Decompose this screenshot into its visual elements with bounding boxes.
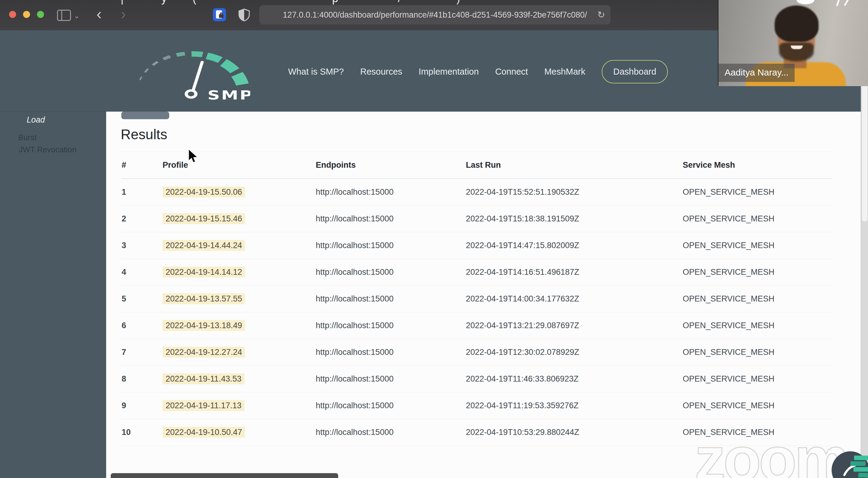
profile-link[interactable]: 2022-04-19-15.15.46 — [162, 213, 245, 224]
profile-link[interactable]: 2022-04-19-13.57.55 — [162, 293, 245, 304]
nav-resources[interactable]: Resources — [360, 67, 402, 77]
table-row: 3 2022-04-19-14.44.24 http://localhost:1… — [121, 232, 833, 259]
extension-password-lock-icon[interactable] — [213, 8, 226, 21]
overlay-fragment — [797, 0, 814, 4]
table-header-row: # Profile Endpoints Last Run Service Mes… — [121, 152, 833, 179]
profile-link[interactable]: 2022-04-19-11.17.13 — [162, 400, 244, 411]
nav-meshmark[interactable]: MeshMark — [545, 67, 585, 77]
profile-link[interactable]: 2022-04-19-14.14.12 — [162, 266, 245, 278]
col-service-mesh: Service Mesh — [682, 152, 833, 179]
sidebar-item-jwt-revocation[interactable]: JWT Revocation — [19, 145, 76, 154]
col-profile: Profile — [162, 152, 315, 179]
shield-icon[interactable] — [238, 8, 250, 21]
participant-name-label: Aaditya Naray... — [718, 64, 795, 82]
table-row: 8 2022-04-19-11.43.53 http://localhost:1… — [121, 366, 833, 392]
profile-link[interactable]: 2022-04-19-14.44.24 — [162, 240, 245, 251]
layered-s-icon — [850, 455, 868, 478]
chevron-down-icon[interactable]: ⌄ — [74, 11, 80, 20]
table-row: 5 2022-04-19-13.57.55 http://localhost:1… — [121, 286, 833, 312]
traffic-light-fullscreen-button[interactable] — [37, 11, 44, 18]
lock-icon — [219, 14, 223, 18]
col-number: # — [121, 152, 162, 179]
traffic-light-close-button[interactable] — [9, 11, 16, 18]
overlay-fragment — [844, 0, 849, 6]
table-row: 2 2022-04-19-15.15.46 http://localhost:1… — [121, 205, 833, 232]
mouse-cursor — [188, 149, 201, 164]
url-text: 127.0.0.1:4000/dashboard/performance/#41… — [259, 5, 611, 25]
sidebar-item-burst[interactable]: Burst — [18, 133, 37, 142]
nav-connect[interactable]: Connect — [495, 67, 528, 77]
zoom-watermark: zoom — [694, 423, 847, 478]
profile-link[interactable]: 2022-04-19-12.27.24 — [162, 347, 245, 358]
table-row: 7 2022-04-19-12.27.24 http://localhost:1… — [121, 339, 833, 366]
address-bar[interactable]: 127.0.0.1:4000/dashboard/performance/#41… — [259, 5, 611, 25]
participant-smile — [790, 45, 803, 49]
profile-link[interactable]: 2022-04-19-15.50.06 — [162, 187, 245, 197]
nav-implementation[interactable]: Implementation — [418, 67, 478, 77]
panel-tab[interactable] — [121, 111, 169, 119]
horizontal-scrollbar[interactable] — [111, 473, 338, 478]
smp-speedometer-logo[interactable]: SMP — [136, 39, 250, 101]
table-row: 6 2022-04-19-13.18.49 http://localhost:1… — [121, 312, 833, 339]
table-row: 4 2022-04-19-14.14.12 http://localhost:1… — [121, 259, 833, 286]
page-title: Results — [121, 126, 167, 142]
results-table: # Profile Endpoints Last Run Service Mes… — [121, 152, 833, 446]
main-nav: What is SMP? Resources Implementation Co… — [288, 58, 668, 86]
table-row: 1 2022-04-19-15.50.06 http://localhost:1… — [121, 179, 833, 205]
nav-what-is-smp[interactable]: What is SMP? — [288, 67, 344, 77]
participant-hair — [775, 5, 818, 42]
table-row: 9 2022-04-19-11.17.13 http://localhost:1… — [121, 392, 833, 419]
traffic-light-minimize-button[interactable] — [23, 11, 30, 18]
sidebar-item-load[interactable]: Load — [27, 115, 45, 125]
profile-link[interactable]: 2022-04-19-13.18.49 — [162, 320, 245, 331]
brand-text: SMP — [208, 88, 250, 101]
overlay-fragment — [836, 0, 840, 6]
vertical-scrollbar-track[interactable] — [861, 30, 868, 478]
page-background: SMP What is SMP? Resources Implementatio… — [0, 30, 868, 478]
nav-dashboard-active[interactable]: Dashboard — [602, 60, 668, 84]
back-button[interactable]: ‹ — [96, 8, 102, 20]
zoom-meeting-logo — [832, 451, 868, 478]
forward-button[interactable]: › — [121, 8, 126, 20]
sidebar-toggle-icon[interactable] — [57, 10, 71, 21]
col-endpoints: Endpoints — [315, 152, 466, 179]
profile-link[interactable]: 2022-04-19-11.43.53 — [162, 373, 244, 384]
col-last-run: Last Run — [466, 152, 682, 179]
reload-icon[interactable]: ↻ — [597, 5, 605, 25]
webcam-video-tile: Aaditya Naray... — [718, 0, 868, 86]
profile-link[interactable]: 2022-04-19-10.50.47 — [162, 427, 245, 438]
